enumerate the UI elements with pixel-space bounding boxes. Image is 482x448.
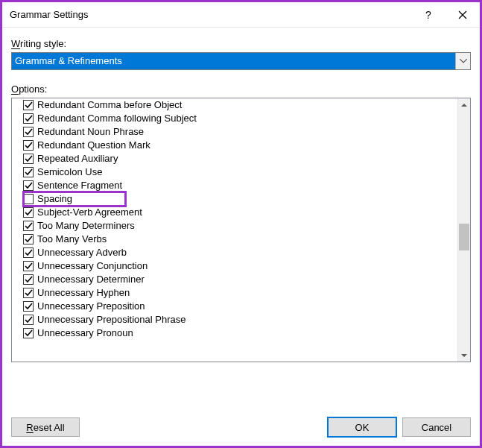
window-title: Grammar Settings xyxy=(10,9,411,20)
option-row[interactable]: Unnecessary Hyphen xyxy=(23,286,457,300)
option-checkbox[interactable] xyxy=(23,180,34,191)
writing-style-label: Writing style: xyxy=(11,38,471,49)
option-row[interactable]: Unnecessary Pronoun xyxy=(23,326,457,340)
chevron-up-icon xyxy=(461,103,467,107)
ok-button[interactable]: OK xyxy=(328,417,396,437)
option-label: Too Many Determiners xyxy=(37,219,135,233)
option-checkbox[interactable] xyxy=(23,274,34,285)
option-checkbox[interactable] xyxy=(23,140,34,151)
option-label: Unnecessary Pronoun xyxy=(37,326,133,340)
option-label: Redundant Comma following Subject xyxy=(37,112,197,125)
chevron-down-icon xyxy=(460,59,467,63)
options-list-inner: Redundant Comma before ObjectRedundant C… xyxy=(12,98,457,362)
cancel-button[interactable]: Cancel xyxy=(402,417,471,437)
option-label: Spacing xyxy=(37,192,72,206)
option-checkbox[interactable] xyxy=(23,234,34,244)
option-row[interactable]: Unnecessary Preposition xyxy=(23,300,457,313)
option-label: Unnecessary Hyphen xyxy=(37,286,130,300)
option-label: Redundant Question Mark xyxy=(37,139,150,152)
option-row[interactable]: Redundant Question Mark xyxy=(23,139,457,152)
option-checkbox[interactable] xyxy=(23,154,34,164)
scrollbar[interactable] xyxy=(457,98,470,362)
option-row[interactable]: Redundant Noun Phrase xyxy=(23,125,457,139)
writing-style-dropdown[interactable]: Grammar & Refinements xyxy=(11,52,471,70)
option-row[interactable]: Repeated Auxiliary xyxy=(23,152,457,165)
close-button[interactable] xyxy=(445,2,480,28)
option-label: Unnecessary Determiner xyxy=(37,273,145,286)
option-row[interactable]: Unnecessary Prepositional Phrase xyxy=(23,313,457,326)
option-checkbox[interactable] xyxy=(23,100,34,110)
option-row[interactable]: Redundant Comma before Object xyxy=(23,98,457,112)
option-row[interactable]: Unnecessary Adverb xyxy=(23,246,457,259)
option-label: Unnecessary Adverb xyxy=(37,246,127,259)
scroll-up-button[interactable] xyxy=(458,98,470,111)
help-button[interactable]: ? xyxy=(411,2,445,28)
option-checkbox[interactable] xyxy=(23,288,34,298)
chevron-down-icon xyxy=(461,353,467,358)
option-label: Unnecessary Prepositional Phrase xyxy=(37,313,185,326)
button-row: Reset All OK Cancel xyxy=(11,417,471,437)
options-listbox: Redundant Comma before ObjectRedundant C… xyxy=(11,98,471,362)
option-checkbox[interactable] xyxy=(23,113,34,124)
scroll-down-button[interactable] xyxy=(458,349,470,362)
option-row[interactable]: Semicolon Use xyxy=(23,165,457,179)
dialog-content: Writing style: Grammar & Refinements Opt… xyxy=(2,28,480,362)
dropdown-arrow-button[interactable] xyxy=(455,53,470,69)
help-icon: ? xyxy=(425,9,431,21)
option-label: Semicolon Use xyxy=(37,165,102,179)
option-row[interactable]: Too Many Verbs xyxy=(23,233,457,246)
title-bar: Grammar Settings ? xyxy=(2,2,480,28)
options-label: Options: xyxy=(11,83,471,95)
option-label: Redundant Comma before Object xyxy=(37,98,182,112)
dialog-frame: Grammar Settings ? Writing style: Gramma… xyxy=(0,0,482,448)
option-checkbox[interactable] xyxy=(23,315,34,325)
option-label: Redundant Noun Phrase xyxy=(37,125,144,139)
option-label: Unnecessary Conjunction xyxy=(37,259,148,273)
option-checkbox[interactable] xyxy=(23,328,34,338)
dropdown-selected: Grammar & Refinements xyxy=(12,53,455,69)
option-label: Repeated Auxiliary xyxy=(37,152,118,165)
option-row[interactable]: Unnecessary Determiner xyxy=(23,273,457,286)
option-label: Unnecessary Preposition xyxy=(37,300,145,313)
option-checkbox[interactable] xyxy=(23,167,34,177)
option-row[interactable]: Spacing xyxy=(23,192,457,206)
option-checkbox[interactable] xyxy=(23,301,34,312)
reset-all-button[interactable]: Reset All xyxy=(11,417,80,437)
scroll-thumb[interactable] xyxy=(459,224,469,250)
option-label: Too Many Verbs xyxy=(37,233,107,246)
option-row[interactable]: Subject-Verb Agreement xyxy=(23,206,457,219)
close-icon xyxy=(458,10,467,19)
option-label: Sentence Fragment xyxy=(37,179,122,192)
option-checkbox[interactable] xyxy=(23,247,34,258)
option-checkbox[interactable] xyxy=(23,261,34,271)
option-row[interactable]: Redundant Comma following Subject xyxy=(23,112,457,125)
option-checkbox[interactable] xyxy=(23,194,34,204)
option-checkbox[interactable] xyxy=(23,207,34,218)
option-checkbox[interactable] xyxy=(23,221,34,231)
option-row[interactable]: Too Many Determiners xyxy=(23,219,457,233)
option-label: Subject-Verb Agreement xyxy=(37,206,142,219)
option-row[interactable]: Unnecessary Conjunction xyxy=(23,259,457,273)
option-checkbox[interactable] xyxy=(23,127,34,137)
option-row[interactable]: Sentence Fragment xyxy=(23,179,457,192)
